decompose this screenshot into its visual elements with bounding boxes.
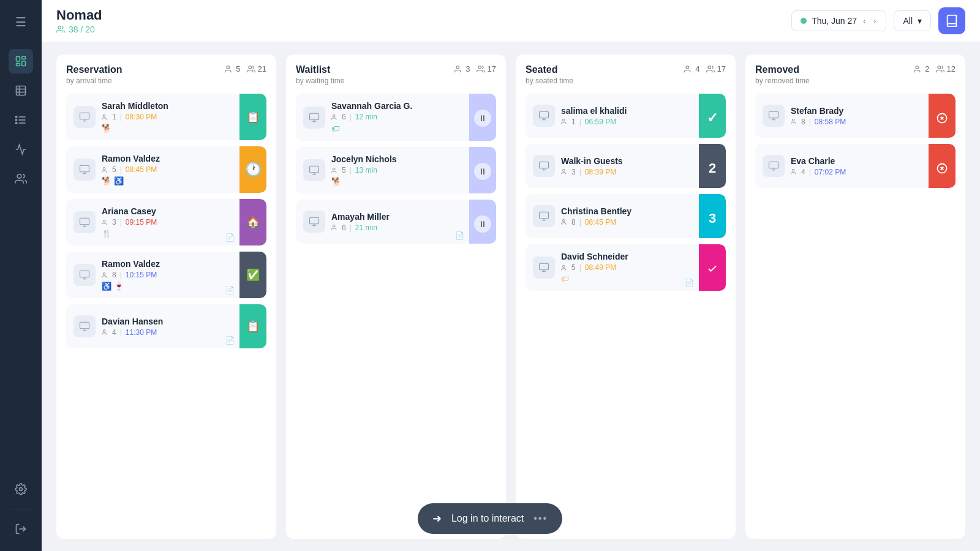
avatar xyxy=(74,159,96,181)
table-row[interactable]: Ramon Valdez 5 | 08:45 PM 🐕♿ 🕐 xyxy=(66,146,266,193)
sidebar-item-list[interactable] xyxy=(9,108,33,132)
guest-name: Ramon Valdez xyxy=(102,259,232,269)
table-number[interactable]: 3 xyxy=(699,194,726,238)
svg-point-15 xyxy=(20,488,23,491)
table-row[interactable]: Stefan Brady 8 | 08:58 PM xyxy=(755,94,956,138)
removed-time: 08:58 PM xyxy=(815,118,846,126)
action-button[interactable]: ✅ xyxy=(239,252,266,298)
sidebar-item-board[interactable] xyxy=(9,49,33,73)
table-row[interactable]: Sarah Middleton 1 | 08:30 PM 🐕 📋 xyxy=(66,94,266,140)
pause-button[interactable]: ⏸ xyxy=(469,94,496,141)
arrival-time: 11:30 PM xyxy=(126,328,157,337)
avatar xyxy=(303,159,325,181)
table-row[interactable]: Amayah Miller 6 | 21 min ⏸ 📄 xyxy=(296,200,496,244)
sidebar-item-settings[interactable] xyxy=(9,477,33,501)
arrival-time: 08:45 PM xyxy=(126,165,157,174)
table-row[interactable]: Ramon Valdez 8 | 10:15 PM ♿🍷 ✅ 📄 xyxy=(66,252,266,298)
svg-rect-42 xyxy=(310,113,319,120)
svg-point-23 xyxy=(103,114,105,117)
removed-guest-count: 12 xyxy=(936,64,956,73)
pause-button[interactable]: ⏸ xyxy=(469,200,496,244)
sidebar-item-logout[interactable] xyxy=(9,517,33,541)
svg-point-13 xyxy=(15,122,17,124)
date-prev-button[interactable]: ‹ xyxy=(862,16,867,26)
sidebar-item-analytics[interactable] xyxy=(9,137,33,162)
column-seated: Seated by seated time 4 17 xyxy=(516,54,736,539)
sidebar-item-contacts[interactable] xyxy=(9,167,33,191)
svg-point-63 xyxy=(562,169,565,171)
guest-name: Stefan Brady xyxy=(791,106,921,116)
table-row[interactable]: Eva Charle 4 | 07:02 PM xyxy=(755,144,956,188)
sidebar-item-grid[interactable] xyxy=(9,78,33,103)
sidebar: ☰ xyxy=(0,0,42,551)
table-row[interactable]: Davian Hansen 4 | 11:30 PM 📋 📄 xyxy=(66,304,266,348)
guest-name: Sarah Middleton xyxy=(102,101,232,111)
remove-button[interactable] xyxy=(929,94,956,138)
table-row[interactable]: David Schneider 5 | 08:49 PM 🏷 📄 xyxy=(526,244,726,291)
table-number[interactable] xyxy=(699,244,726,291)
guest-count: 6 xyxy=(342,113,346,121)
table-row[interactable]: salima el khalidi 1 | 06:59 PM ✓ xyxy=(526,94,726,138)
svg-rect-56 xyxy=(540,111,549,118)
login-dots: ••• xyxy=(533,513,548,524)
login-label: Log in to interact xyxy=(451,513,524,524)
action-button[interactable]: 🕐 xyxy=(239,146,266,193)
table-row[interactable]: Walk-in Guests 3 | 08:39 PM 2 xyxy=(526,144,726,188)
guest-count: 8 xyxy=(571,218,576,227)
avatar xyxy=(763,155,785,177)
date-picker[interactable]: Thu, Jun 27 ‹ › xyxy=(791,10,886,31)
svg-point-77 xyxy=(792,119,794,121)
seated-group-count: 4 xyxy=(684,64,699,73)
avatar xyxy=(533,155,555,177)
pause-button[interactable]: ⏸ xyxy=(469,147,496,193)
svg-point-39 xyxy=(103,329,105,332)
svg-point-72 xyxy=(916,66,919,69)
wait-time: 12 min xyxy=(355,113,377,121)
book-button[interactable] xyxy=(938,7,965,34)
svg-point-17 xyxy=(58,26,61,29)
people-icon xyxy=(56,25,65,34)
note-icon: 📄 xyxy=(225,233,235,242)
svg-point-19 xyxy=(248,66,251,69)
accessibility-icon: ♿ xyxy=(102,282,111,291)
svg-rect-36 xyxy=(80,322,89,329)
avatar xyxy=(533,105,555,127)
table-row[interactable]: Ariana Casey 3 | 09:15 PM 🍴 🏠 📄 xyxy=(66,199,266,246)
date-next-button[interactable]: › xyxy=(872,16,878,26)
avatar xyxy=(303,211,325,233)
svg-rect-0 xyxy=(17,57,20,62)
table-row[interactable]: Savannah Garcia G. 6 | 12 min 🏷 ⏸ xyxy=(296,94,496,141)
pet-icon: 🐕 xyxy=(102,176,111,186)
seated-column-subtitle: by seated time xyxy=(526,77,684,85)
svg-rect-28 xyxy=(80,218,89,225)
remove-button[interactable] xyxy=(929,144,956,188)
capacity-label: 38 / 20 xyxy=(69,24,95,34)
guest-count: 5 xyxy=(112,165,116,174)
note-icon: 📄 xyxy=(685,279,694,287)
filter-select[interactable]: All ▾ xyxy=(894,10,931,31)
removed-column-title: Removed xyxy=(755,64,914,75)
avatar xyxy=(74,315,96,337)
guest-count: 4 xyxy=(112,328,116,337)
svg-point-14 xyxy=(17,174,21,179)
column-reservation: Reservation by arrival time 5 21 xyxy=(56,54,276,539)
table-row[interactable]: Jocelyn Nichols 5 | 13 min 🐕 ⏸ xyxy=(296,147,496,193)
table-number[interactable]: ✓ xyxy=(699,94,726,138)
guest-name: Ariana Casey xyxy=(102,206,232,216)
guest-count: 6 xyxy=(342,223,346,232)
action-button[interactable]: 📋 xyxy=(239,94,266,140)
sidebar-menu-icon[interactable]: ☰ xyxy=(10,10,31,34)
svg-point-41 xyxy=(478,66,481,69)
guest-name: Amayah Miller xyxy=(331,212,462,222)
action-button[interactable]: 🏠 xyxy=(239,199,266,246)
svg-rect-46 xyxy=(310,166,319,173)
svg-rect-4 xyxy=(17,86,26,96)
login-bar[interactable]: ➜ Log in to interact ••• xyxy=(418,503,562,534)
column-waitlist: Waitlist by waiting time 3 17 xyxy=(286,54,506,539)
login-arrow-icon: ➜ xyxy=(432,512,442,525)
table-number[interactable]: 2 xyxy=(699,144,726,188)
table-row[interactable]: Christina Bentley 8 | 08:45 PM 3 xyxy=(526,194,726,238)
action-button[interactable]: 📋 xyxy=(239,304,266,348)
guest-name: Christina Bentley xyxy=(561,206,692,216)
svg-rect-64 xyxy=(540,212,549,219)
